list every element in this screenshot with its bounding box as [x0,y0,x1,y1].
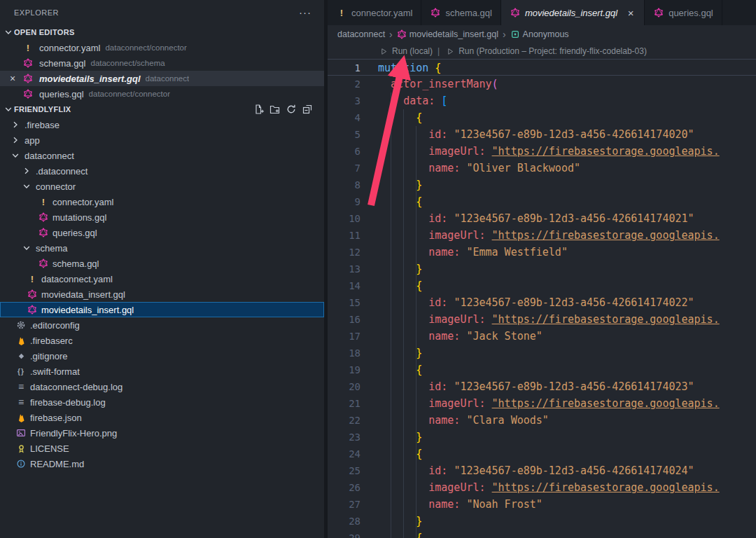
workspace-title: FRIENDLYFLIX [14,105,71,113]
tree-folder-dataconnect[interactable]: dataconnect [0,148,324,163]
code-line-4[interactable]: 4 { [328,109,756,126]
line-number: 1 [328,60,360,75]
code-line-8[interactable]: 8 } [328,177,756,193]
code-line-12[interactable]: 12 name: "Emma Westfield" [328,244,756,261]
file-name: schema.gql [39,58,85,69]
tree-item-label: LICENSE [30,443,69,454]
breadcrumb-Anonymous[interactable]: Anonymous [510,29,569,39]
line-number: 28 [328,513,360,530]
workspace-section-header[interactable]: FRIENDLYFLIX [0,102,324,117]
code-line-1[interactable]: 1mutation { [328,59,756,76]
run-local-link[interactable]: Run (local) [378,43,433,60]
collapse-all-icon[interactable] [302,104,313,115]
line-content: } [378,177,422,193]
open-editor-item[interactable]: schema.gqldataconnect/schema [0,55,324,71]
line-content: name: "Noah Frost" [378,496,542,513]
code-line-29[interactable]: 29 { [328,530,756,538]
code-line-3[interactable]: 3 data: [ [328,92,756,109]
refresh-icon[interactable] [286,104,297,115]
code-line-9[interactable]: 9 { [328,193,756,210]
tree-folder-.firebase[interactable]: .firebase [0,117,324,132]
breadcrumb-separator-icon: › [503,29,506,40]
warning-icon: ! [27,273,38,284]
line-number: 9 [328,193,360,210]
tree-file-.firebaserc[interactable]: .firebaserc [0,333,324,348]
open-editor-item[interactable]: ×moviedetails_insert.gqldataconnect [0,71,324,86]
tree-file-LICENSE[interactable]: LICENSE [0,441,324,456]
new-file-icon[interactable] [253,104,265,115]
line-number: 20 [328,378,360,395]
tab-schema.gql[interactable]: schema.gql [421,0,500,25]
code-line-26[interactable]: 26 imageUrl: "https://firebasestorage.go… [328,479,756,496]
license-icon [15,443,27,454]
tree-item-label: dataconnect.yaml [41,274,113,284]
tree-file-.editorconfig[interactable]: .editorconfig [0,317,324,333]
tree-file-moviedetails_insert.gql[interactable]: moviedetails_insert.gql [0,302,324,317]
code-line-15[interactable]: 15 id: "123e4567-e89b-12d3-a456-42661417… [328,294,756,311]
code-line-22[interactable]: 22 name: "Clara Woods" [328,412,756,429]
tree-file-.swift-format[interactable]: {}.swift-format [0,364,324,379]
code-line-6[interactable]: 6 imageUrl: "https://firebasestorage.goo… [328,143,756,160]
code-line-25[interactable]: 25 id: "123e4567-e89b-12d3-a456-42661417… [328,462,756,479]
tree-folder-.dataconnect[interactable]: .dataconnect [0,163,324,179]
code-line-2[interactable]: 2 actor_insertMany( [328,76,756,92]
open-editors-section-header[interactable]: OPEN EDITORS [0,25,324,40]
open-editors-list: !connector.yamldataconnect/connectorsche… [0,40,324,102]
close-tab-icon[interactable]: × [626,7,636,19]
new-folder-icon[interactable] [270,104,281,115]
tab-moviedetails_insert.gql[interactable]: moviedetails_insert.gql× [501,0,645,25]
code-line-7[interactable]: 7 name: "Oliver Blackwood" [328,160,756,177]
code-line-28[interactable]: 28 } [328,513,756,530]
code-line-27[interactable]: 27 name: "Noah Frost" [328,496,756,513]
tree-file-dataconnect-debug.log[interactable]: ≡dataconnect-debug.log [0,379,324,394]
tree-file-.gitignore[interactable]: .gitignore [0,348,324,364]
line-number: 13 [328,261,360,277]
line-number: 18 [328,345,360,361]
code-line-5[interactable]: 5 id: "123e4567-e89b-12d3-a456-426614174… [328,126,756,143]
line-content: name: "Oliver Blackwood" [378,160,580,177]
code-line-16[interactable]: 16 imageUrl: "https://firebasestorage.go… [328,311,756,328]
code-line-24[interactable]: 24 { [328,446,756,462]
tree-file-FriendlyFlix-Hero.png[interactable]: FriendlyFlix-Hero.png [0,425,324,441]
code-editor[interactable]: Run (local)|Run (Production – Project: f… [328,43,756,538]
code-line-18[interactable]: 18 } [328,345,756,361]
tree-file-README.md[interactable]: README.md [0,456,324,471]
tree-file-dataconnect.yaml[interactable]: !dataconnect.yaml [0,271,324,287]
code-line-23[interactable]: 23 } [328,429,756,446]
run-production-link[interactable]: Run (Production – Project: friendly-flix… [444,43,647,60]
tree-file-firebase-debug.log[interactable]: ≡firebase-debug.log [0,394,324,410]
tree-file-schema.gql[interactable]: schema.gql [0,256,324,271]
tree-folder-schema[interactable]: schema [0,240,324,256]
code-line-21[interactable]: 21 imageUrl: "https://firebasestorage.go… [328,395,756,412]
code-line-19[interactable]: 19 { [328,361,756,378]
chevron-down-icon [21,242,32,254]
tree-file-firebase.json[interactable]: firebase.json [0,410,324,425]
breadcrumb-moviedetails_insert.gql[interactable]: moviedetails_insert.gql [397,29,498,39]
tree-file-connector.yaml[interactable]: !connector.yaml [0,194,324,209]
tree-file-moviedata_insert.gql[interactable]: moviedata_insert.gql [0,287,324,302]
open-editor-item[interactable]: !connector.yamldataconnect/connector [0,40,324,55]
tree-file-mutations.gql[interactable]: mutations.gql [0,209,324,225]
tab-label: queries.gql [668,8,713,18]
code-line-10[interactable]: 10 id: "123e4567-e89b-12d3-a456-42661417… [328,210,756,227]
code-line-11[interactable]: 11 imageUrl: "https://firebasestorage.go… [328,227,756,244]
code-line-13[interactable]: 13 } [328,261,756,277]
breadcrumb-dataconnect[interactable]: dataconnect [337,29,385,39]
file-path: dataconnect [146,74,190,83]
more-actions-icon[interactable]: ··· [299,9,312,16]
code-line-14[interactable]: 14 { [328,277,756,294]
close-editor-icon[interactable]: × [7,73,18,84]
graphql-icon [38,258,49,269]
tree-folder-connector[interactable]: connector [0,179,324,194]
code-line-17[interactable]: 17 name: "Jack Stone" [328,328,756,345]
tab-label: schema.gql [445,8,491,18]
codelens-bar: Run (local)|Run (Production – Project: f… [328,43,756,59]
line-content: { [378,446,422,462]
line-content: imageUrl: "https://firebasestorage.googl… [378,311,720,328]
open-editor-item[interactable]: queries.gqldataconnect/connector [0,86,324,102]
code-line-20[interactable]: 20 id: "123e4567-e89b-12d3-a456-42661417… [328,378,756,395]
tab-connector.yaml[interactable]: !connector.yaml [328,0,421,25]
tree-file-queries.gql[interactable]: queries.gql [0,225,324,240]
tree-folder-app[interactable]: app [0,132,324,148]
tab-queries.gql[interactable]: queries.gql [645,0,722,25]
